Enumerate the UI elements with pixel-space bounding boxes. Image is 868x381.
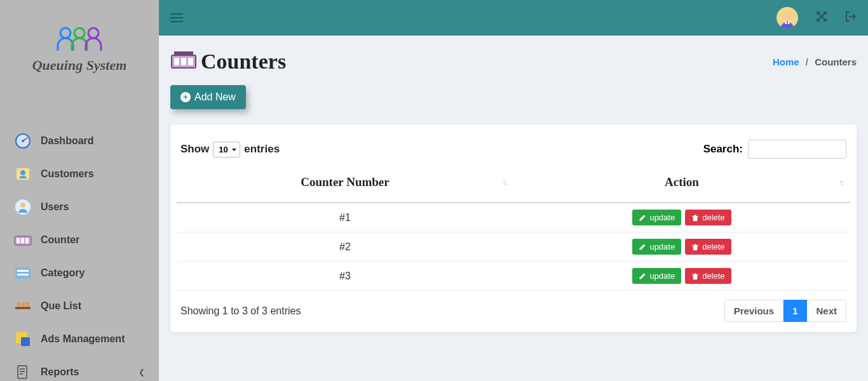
sidebar-item-customers[interactable]: Customers [0,157,159,190]
delete-button[interactable]: delete [685,239,731,255]
sidebar-item-ads-management[interactable]: Ads Management [0,323,159,356]
counters-table: Counter Number ↑↓ Action ↑↓ #1updatedele… [177,166,850,291]
update-label: update [649,213,675,222]
brand-logo [0,25,159,53]
search-input[interactable] [748,140,846,159]
counter-page-icon [170,50,197,73]
ads-icon [14,330,32,348]
entries-label: entries [244,143,280,156]
update-button[interactable]: update [632,268,681,284]
sidebar-item-category[interactable]: Category [0,257,159,290]
table-info: Showing 1 to 3 of 3 entries [180,305,301,317]
svg-rect-11 [21,238,24,243]
table-row: #2updatedelete [177,232,850,262]
breadcrumb-separator: / [806,57,808,67]
update-button[interactable]: update [632,210,681,225]
delete-button[interactable]: delete [685,210,731,225]
dashboard-icon [14,132,32,150]
add-new-button[interactable]: + Add New [170,85,246,109]
cell-action: updatedelete [513,232,850,262]
trash-icon [691,243,699,251]
svg-rect-14 [17,270,29,272]
category-icon [14,264,32,282]
edit-icon [639,214,646,222]
update-button[interactable]: update [632,239,681,255]
trash-icon [691,272,699,280]
brand-title: Queuing System [0,57,159,74]
hamburger-button[interactable] [170,11,183,25]
people-icon-3 [83,25,104,53]
page-header: Counters Home / Counters [170,50,857,74]
svg-rect-32 [188,58,193,65]
delete-label: delete [702,242,724,251]
svg-rect-31 [181,58,186,65]
col-counter-number[interactable]: Counter Number ↑↓ [177,166,513,203]
breadcrumb-home-link[interactable]: Home [773,57,799,67]
page-title: Counters [201,50,286,74]
customers-icon [14,165,32,183]
add-new-label: Add New [194,91,236,103]
table-row: #1updatedelete [177,203,850,232]
sidebar-item-label: Users [41,201,69,213]
update-label: update [649,271,675,281]
sidebar-item-label: Reports [41,366,79,378]
entries-select[interactable]: 10 [213,142,240,157]
sidebar-item-reports[interactable]: Reports ❮ [0,356,159,381]
sidebar: Queuing System Dashboard Customers Users… [0,0,159,381]
content: Counters Home / Counters + Add New Show … [159,36,868,381]
sidebar-item-que-list[interactable]: Que List [0,290,159,323]
sidebar-item-counter[interactable]: Counter [0,224,159,257]
edit-icon [639,243,646,251]
delete-label: delete [702,271,724,281]
topbar [159,0,868,36]
pager-page-1-button[interactable]: 1 [783,300,807,322]
col-action[interactable]: Action ↑↓ [513,166,850,203]
chevron-left-icon: ❮ [139,368,145,377]
user-avatar[interactable] [776,7,798,29]
svg-rect-12 [25,238,29,243]
counter-icon [14,231,32,249]
fullscreen-button[interactable] [816,11,827,25]
breadcrumb: Home / Counters [773,57,857,67]
trash-icon [691,214,699,222]
breadcrumb-current: Counters [815,57,857,67]
data-card: Show 10 entries Search: Counter Number [170,124,857,332]
svg-rect-33 [174,51,193,55]
svg-rect-16 [15,307,31,309]
svg-rect-13 [15,267,31,279]
sidebar-item-label: Category [41,267,85,279]
cell-counter-number: #1 [177,203,513,232]
cell-action: updatedelete [513,262,850,291]
pagination: Previous 1 Next [724,300,846,322]
sidebar-item-label: Dashboard [41,135,94,147]
svg-point-4 [22,140,24,142]
svg-point-6 [20,170,25,175]
table-footer: Showing 1 to 3 of 3 entries Previous 1 N… [177,291,850,324]
sidebar-item-dashboard[interactable]: Dashboard [0,124,159,157]
sidebar-item-label: Ads Management [41,333,125,345]
sidebar-item-label: Customers [41,168,94,180]
delete-button[interactable]: delete [685,268,731,284]
delete-label: delete [702,213,724,222]
brand: Queuing System [0,0,159,93]
cell-action: updatedelete [513,203,850,232]
cell-counter-number: #3 [177,262,513,291]
logout-button[interactable] [845,11,857,25]
svg-point-2 [88,28,98,38]
sidebar-nav: Dashboard Customers Users Counter Catego… [0,124,159,381]
svg-rect-10 [17,238,20,243]
cell-counter-number: #2 [177,232,513,262]
pager-prev-button[interactable]: Previous [724,300,783,322]
table-row: #3updatedelete [177,262,850,291]
svg-point-8 [20,203,25,208]
sort-icon: ↑↓ [839,178,843,188]
pager-next-button[interactable]: Next [807,300,846,322]
reports-icon [14,363,32,381]
sort-icon: ↑↓ [502,178,506,188]
svg-rect-30 [174,58,179,65]
plus-circle-icon: + [180,92,191,102]
search-label: Search: [703,143,743,156]
users-icon [14,198,32,216]
sidebar-item-users[interactable]: Users [0,190,159,224]
svg-point-26 [784,13,791,20]
